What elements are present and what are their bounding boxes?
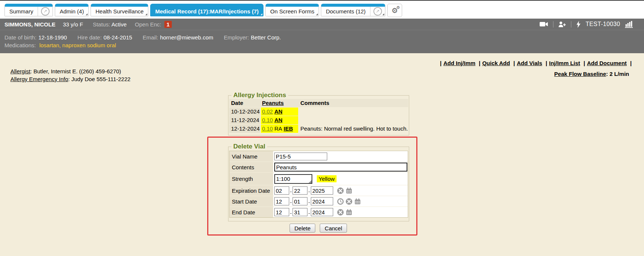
end-date-label: End Date — [230, 207, 273, 217]
calendar-icon[interactable] — [345, 209, 353, 216]
peanuts-column-link[interactable]: Peanuts — [262, 100, 284, 106]
popout-arrow-icon: ↗ — [41, 7, 50, 16]
allergy-emergency-link[interactable]: Allergy Emergency Info — [10, 76, 68, 82]
injection-date: 11-12-2024 — [229, 116, 260, 124]
tab-medical-record[interactable]: Medical Record (17):MAR/Injections (7) — [150, 4, 263, 16]
peak-flow-baseline: Peak Flow Baseline: 2 L/min — [554, 71, 629, 77]
tab-documents[interactable]: Documents (12) ↗ — [321, 4, 385, 16]
tab-settings-button[interactable]: ⚙ ⚙ — [387, 4, 402, 17]
medication-link-losartan[interactable]: losartan — [39, 42, 59, 48]
clock-icon[interactable] — [337, 198, 344, 205]
hire-date-label: Hire date: — [78, 34, 102, 41]
tab-summary-popout[interactable]: ↗ — [38, 7, 53, 16]
clear-date-icon[interactable] — [337, 209, 344, 216]
injection-date: 10-12-2024 — [229, 108, 260, 116]
date-column-header: Date — [229, 99, 260, 107]
allergy-injections-title: Allergy Injections — [231, 92, 288, 99]
employer-label: Employer: — [224, 34, 249, 41]
clear-date-icon[interactable] — [345, 198, 353, 205]
tab-on-screen-forms[interactable]: On Screen Forms — [265, 4, 319, 16]
patient-header-bar: SIMMONS, NICOLE 33 y/o F Status: Active … — [0, 19, 644, 30]
calendar-icon[interactable] — [354, 198, 361, 205]
start-month-input[interactable] — [274, 197, 289, 205]
open-enc-label: Open Enc: — [135, 21, 161, 28]
start-year-input[interactable] — [311, 197, 333, 205]
delete-vial-fieldset: Delete Vial Vial Name Contents Strength … — [228, 147, 409, 221]
expiration-year-input[interactable] — [311, 186, 333, 195]
dose-link[interactable]: 0.10 — [262, 125, 273, 132]
end-date-row: End Date -- — [230, 207, 408, 217]
add-inj-imm-link[interactable]: Add Inj/Imm — [443, 60, 476, 66]
tab-summary[interactable]: Summary ↗ — [4, 4, 53, 16]
delete-vial-title: Delete Vial — [231, 143, 267, 150]
reaction-code-link[interactable]: AN — [274, 117, 282, 123]
injection-action-links: |Add Inj/Imm |Quick Add |Add Vials |Inj/… — [438, 60, 634, 66]
medication-link-naproxen[interactable]: naproxen sodium oral — [62, 42, 116, 48]
delete-vial-form: Vial Name Contents Strength Yellow Expir… — [229, 151, 408, 218]
tab-admin[interactable]: Admin (4) — [55, 4, 89, 16]
injection-date: 12-12-2024 — [229, 125, 260, 133]
tab-dropdown-icon — [86, 13, 88, 15]
allergist-link[interactable]: Allergist — [10, 68, 30, 74]
popout-arrow-icon: ↗ — [373, 7, 382, 16]
end-year-input[interactable] — [311, 208, 333, 216]
quick-add-link[interactable]: Quick Add — [482, 60, 510, 66]
expiration-date-label: Expiration Date — [230, 185, 273, 196]
add-vials-link[interactable]: Add Vials — [517, 60, 542, 66]
resize-grip-icon[interactable] — [309, 180, 312, 183]
status-value: Active — [111, 21, 127, 28]
injection-comment — [299, 108, 408, 116]
strength-input[interactable] — [274, 174, 312, 184]
contents-input[interactable] — [274, 163, 407, 172]
allergy-injections-table: Date Peanuts Comments 10-12-2024 0.02AN … — [229, 99, 408, 133]
emergency-line: Allergy Emergency Info: Judy Doe 555-111… — [10, 75, 130, 83]
peak-flow-link[interactable]: Peak Flow Baseline — [554, 71, 606, 77]
tab-health-surveillance[interactable]: Health Surveillance — [91, 4, 148, 16]
delete-button[interactable]: Delete — [290, 224, 315, 233]
patient-demographics-bar: Date of birth:12-18-1990 Hire date:08-24… — [0, 30, 644, 53]
divider — [553, 21, 553, 28]
date-separator: - — [308, 199, 310, 207]
dob-value: 12-18-1990 — [38, 34, 67, 41]
header-icon-group: TEST-10030 — [540, 21, 633, 28]
end-month-input[interactable] — [274, 208, 289, 216]
expiration-month-input[interactable] — [274, 186, 289, 195]
reaction-code-link[interactable]: IEB — [284, 125, 293, 132]
link-separator: | — [479, 60, 480, 66]
allergy-contact-info: Allergist: Butler, Internist E. ((260) 4… — [10, 67, 130, 83]
table-row: 12-12-2024 0.10RAIEB Peanuts: Normal red… — [229, 125, 408, 133]
vial-name-input[interactable] — [274, 153, 327, 160]
strength-label: Strength — [230, 173, 273, 185]
email-value: horner@mieweb.com — [160, 34, 213, 41]
tab-summary-label: Summary — [5, 8, 38, 15]
emergency-value: : Judy Doe 555-111-2222 — [68, 76, 130, 82]
vial-name-row: Vial Name — [230, 151, 408, 161]
start-day-input[interactable] — [293, 197, 307, 205]
inj-imm-list-link[interactable]: Inj/Imm List — [549, 60, 580, 66]
gear-small-icon: ⚙ — [396, 5, 400, 10]
expiration-day-input[interactable] — [293, 186, 307, 195]
tab-documents-label: Documents (12) — [321, 8, 370, 15]
end-day-input[interactable] — [293, 208, 307, 216]
reaction-text: RA — [274, 125, 282, 132]
open-enc-badge[interactable]: 1 — [164, 21, 172, 28]
reaction-code-link[interactable]: AN — [274, 108, 282, 115]
dob-label: Date of birth: — [4, 34, 37, 41]
calendar-icon[interactable] — [345, 187, 353, 194]
patient-name: SIMMONS, NICOLE — [4, 21, 56, 28]
cancel-button[interactable]: Cancel — [320, 224, 347, 233]
dose-link[interactable]: 0.10 — [262, 117, 273, 123]
allergy-injections-fieldset: Allergy Injections Date Peanuts Comments… — [228, 95, 409, 135]
strength-color-badge: Yellow — [317, 175, 337, 182]
add-document-link[interactable]: Add Document — [587, 60, 627, 66]
dose-link[interactable]: 0.02 — [262, 108, 273, 115]
clear-date-icon[interactable] — [337, 187, 344, 194]
date-separator: - — [308, 210, 310, 217]
flowsheet-chart-icon[interactable] — [625, 21, 633, 28]
employer-value: Better Corp. — [251, 34, 281, 41]
add-person-icon[interactable] — [558, 21, 566, 28]
table-row: 11-12-2024 0.10AN — [229, 116, 408, 124]
video-camera-icon[interactable] — [540, 21, 548, 27]
delete-vial-buttons: Delete Cancel — [228, 224, 408, 233]
lightning-icon[interactable] — [576, 21, 581, 28]
